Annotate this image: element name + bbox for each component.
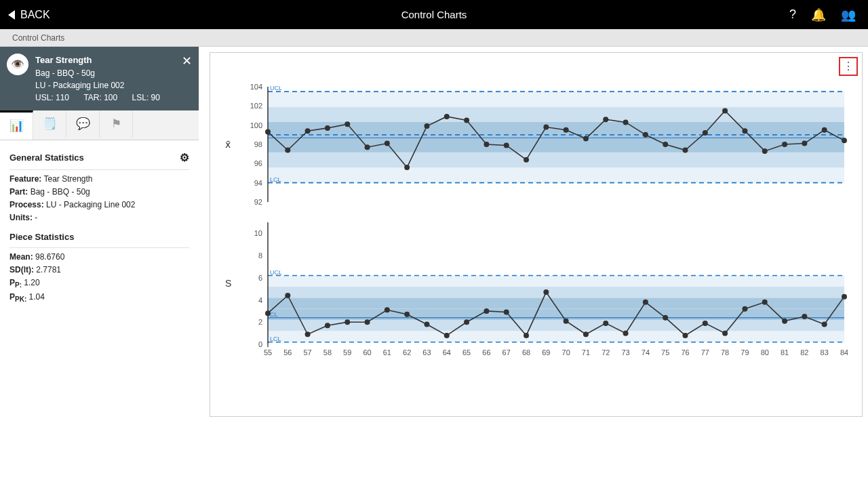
gear-icon[interactable]: ⚙ [180,151,189,164]
svg-point-92 [683,333,688,338]
svg-point-73 [305,331,311,337]
svg-point-89 [623,331,629,336]
svg-point-99 [822,322,827,327]
svg-rect-4 [268,107,844,122]
svg-text:75: 75 [661,348,669,357]
svg-point-71 [265,310,271,316]
app-header: BACK Control Charts ? 🔔 👥 [0,0,868,29]
svg-point-48 [802,141,807,146]
svg-rect-55 [268,287,844,298]
chart-card: ⋮ UCLLCL92949698100102104x̄UCLLCLCL02468… [210,52,863,417]
kebab-icon[interactable]: ⋮ [839,57,858,76]
svg-point-49 [822,127,827,133]
lsl-label: LSL: 90 [132,92,160,104]
svg-text:64: 64 [443,348,451,357]
breadcrumb-item[interactable]: Control Charts [12,33,64,43]
tab-data-icon[interactable]: 🗒️ [33,110,66,138]
svg-point-24 [325,125,330,131]
sd-val: 2.7781 [36,265,61,274]
breadcrumb: Control Charts [0,29,868,47]
svg-text:68: 68 [522,348,530,357]
svg-point-93 [703,321,708,326]
svg-text:70: 70 [562,348,570,357]
svg-text:83: 83 [821,348,829,357]
svg-text:69: 69 [542,348,550,357]
svg-point-78 [404,312,410,317]
chevron-left-icon [8,10,15,20]
svg-point-85 [543,289,549,295]
help-icon[interactable]: ? [789,7,796,22]
part-lbl: Part: [9,187,28,197]
side-tabs: 📊 🗒️ 💬 ⚑ [0,110,199,140]
svg-point-88 [603,321,608,326]
tab-flag-icon[interactable]: ⚑ [100,110,133,138]
svg-text:79: 79 [741,348,749,357]
svg-text:S: S [225,278,231,289]
svg-point-39 [623,119,629,125]
svg-rect-56 [268,276,844,287]
sd-lbl: SD(lt): [9,265,34,274]
svg-point-77 [384,307,390,312]
svg-point-98 [802,314,807,319]
svg-point-33 [504,142,509,148]
svg-point-84 [524,333,529,338]
feature-part: Bag - BBQ - 50g [35,67,191,79]
svg-point-26 [365,144,370,150]
svg-text:72: 72 [601,348,610,357]
svg-text:67: 67 [502,348,511,357]
svg-point-46 [762,148,768,154]
svg-text:100: 100 [250,121,262,129]
svg-text:57: 57 [303,348,311,357]
pp-val: 1.20 [24,278,39,287]
svg-point-40 [643,132,648,138]
svg-point-36 [564,127,569,133]
units-lbl: Units: [9,213,33,222]
back-button[interactable]: BACK [0,9,50,21]
users-icon[interactable]: 👥 [841,7,856,22]
mean-lbl: Mean: [9,252,33,262]
svg-point-44 [722,108,728,113]
tab-comment-icon[interactable]: 💬 [66,110,100,138]
svg-text:82: 82 [800,348,808,357]
svg-point-83 [504,310,509,315]
control-chart[interactable]: UCLLCL92949698100102104x̄UCLLCLCL0246810… [210,53,848,412]
svg-rect-53 [268,309,844,320]
bell-icon[interactable]: 🔔 [811,7,826,22]
svg-text:78: 78 [721,348,729,357]
process-val: LU - Packaging Line 002 [46,200,135,209]
svg-text:76: 76 [681,348,689,357]
svg-point-90 [643,300,648,305]
svg-text:6: 6 [258,274,262,282]
units-val: - [35,213,37,222]
page-title: Control Charts [0,9,868,20]
tab-chart-icon[interactable]: 📊 [0,110,33,140]
svg-point-91 [663,315,668,321]
svg-point-22 [285,148,290,153]
back-label: BACK [20,9,50,21]
svg-text:x̄: x̄ [225,139,231,150]
svg-point-50 [842,138,847,143]
svg-point-41 [663,142,668,147]
svg-text:58: 58 [323,348,332,357]
usl-label: USL: 110 [35,92,69,104]
svg-text:62: 62 [403,348,411,357]
svg-point-30 [444,114,450,119]
svg-point-76 [365,319,370,325]
svg-text:4: 4 [258,296,262,304]
svg-text:61: 61 [383,348,391,357]
close-icon[interactable]: ✕ [182,52,192,70]
svg-text:65: 65 [462,348,471,357]
ppk-val: 1.04 [29,292,45,302]
svg-text:73: 73 [621,348,629,357]
svg-text:0: 0 [258,340,262,348]
svg-text:104: 104 [250,83,262,91]
svg-point-37 [583,136,589,142]
feature-icon: 👁️ [7,54,28,75]
svg-point-43 [703,130,708,136]
svg-point-28 [404,165,410,170]
svg-text:96: 96 [254,159,262,167]
svg-point-35 [543,125,549,130]
svg-point-95 [742,306,747,312]
svg-point-94 [722,331,728,336]
svg-text:55: 55 [264,348,272,357]
